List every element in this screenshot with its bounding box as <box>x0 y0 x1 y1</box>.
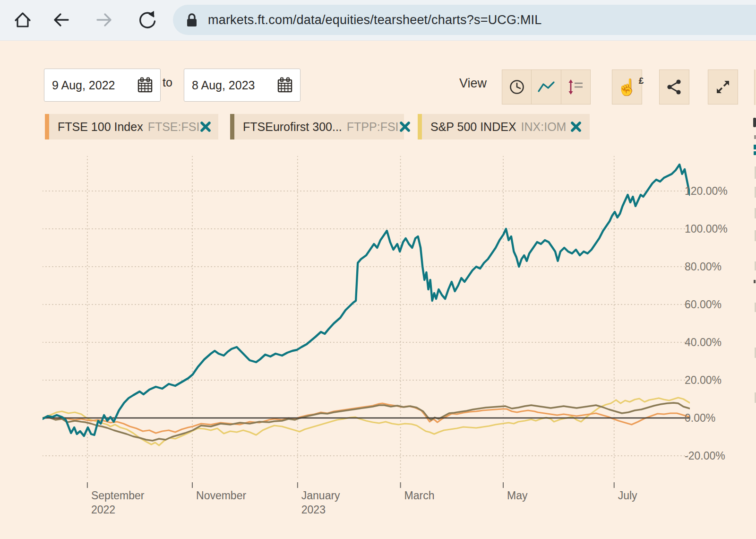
calendar-icon[interactable] <box>277 77 292 93</box>
comparison-symbol: FTPP:FSI <box>347 120 399 134</box>
series-color-swatch <box>230 114 234 139</box>
price-chart-plot[interactable] <box>43 156 690 493</box>
share-button[interactable] <box>659 70 689 104</box>
chart-page: 9 Aug, 2022 to 8 Aug, 2023 View <box>0 40 756 539</box>
reload-icon[interactable] <box>136 9 159 31</box>
close-icon <box>570 121 582 133</box>
comparison-symbol: INX:IOM <box>521 120 567 134</box>
y-axis-label: 60.00% <box>685 298 722 311</box>
view-label: View <box>459 76 487 91</box>
line-chart-icon <box>537 80 555 94</box>
address-bar[interactable]: markets.ft.com/data/equities/tearsheet/c… <box>173 5 756 35</box>
view-candlestick-button[interactable] <box>502 70 532 104</box>
view-line-chart-button[interactable] <box>532 70 561 104</box>
y-axis-label: 100.00% <box>685 223 728 235</box>
home-icon[interactable] <box>11 9 34 31</box>
view-price-axis-button[interactable] <box>561 70 590 104</box>
x-axis-label: July <box>618 488 637 503</box>
y-axis-label: 120.00% <box>685 185 728 198</box>
series-color-swatch <box>418 114 422 139</box>
comparison-name: FTSE 100 Index <box>58 120 143 134</box>
lock-icon <box>184 12 199 28</box>
buy-sell-button[interactable]: ☝£ <box>612 70 642 104</box>
url-text: markets.ft.com/data/equities/tearsheet/c… <box>208 13 542 27</box>
x-axis-label: May <box>507 488 527 503</box>
series-line-ftseurofirst-300-ftpp-fsi- <box>43 403 690 441</box>
x-axis-label: November <box>196 488 246 503</box>
calendar-icon[interactable] <box>137 77 153 93</box>
cut-off-text-fragment <box>754 280 756 283</box>
remove-comparison-button[interactable] <box>570 121 582 133</box>
cut-off-link-fragment <box>754 151 756 155</box>
tap-pound-icon: ☝£ <box>617 79 637 95</box>
view-mode-group <box>502 70 591 104</box>
y-axis-label: -20.00% <box>685 450 725 462</box>
fullscreen-button[interactable] <box>708 70 738 104</box>
back-icon[interactable] <box>50 9 73 31</box>
x-axis-label: January2023 <box>301 488 340 517</box>
comparison-tag-sp500: S&P 500 INDEX INX:IOM <box>418 114 590 139</box>
y-axis-label: 0.00% <box>685 412 715 425</box>
x-axis-label: March <box>404 488 435 503</box>
close-icon <box>199 121 212 133</box>
comparison-name: S&P 500 INDEX <box>430 120 516 134</box>
clock-icon <box>508 78 525 96</box>
remove-comparison-button[interactable] <box>399 121 411 133</box>
screen: markets.ft.com/data/equities/tearsheet/c… <box>0 0 756 539</box>
comparison-name: FTSEurofirst 300... <box>243 120 342 134</box>
comparison-tag-ftseurofirst: FTSEurofirst 300... FTPP:FSI <box>230 114 404 139</box>
date-range-to-label: to <box>163 76 172 89</box>
series-color-swatch <box>45 114 49 139</box>
y-axis-label: 80.00% <box>685 261 722 273</box>
date-from-input[interactable]: 9 Aug, 2022 <box>44 69 161 102</box>
cut-off-button-fragment <box>754 70 756 105</box>
y-axis-label: 40.00% <box>685 336 722 349</box>
series-line-ucg-mil <box>43 165 690 436</box>
expand-icon <box>714 78 731 96</box>
close-icon <box>399 121 411 133</box>
comparison-symbol: FTSE:FSI <box>148 120 200 134</box>
price-axis-icon <box>567 78 584 96</box>
share-icon <box>666 78 682 96</box>
cut-off-link-fragment <box>754 145 756 149</box>
cut-off-text-fragment <box>753 118 756 127</box>
remove-comparison-button[interactable] <box>199 121 212 133</box>
date-from-value: 9 Aug, 2022 <box>52 78 115 92</box>
date-to-value: 8 Aug, 2023 <box>192 78 255 92</box>
y-axis-label: 20.00% <box>685 374 722 387</box>
comparison-tag-ftse100: FTSE 100 Index FTSE:FSI <box>45 114 218 139</box>
cut-off-text-fragment <box>754 135 756 139</box>
browser-toolbar: markets.ft.com/data/equities/tearsheet/c… <box>0 0 756 41</box>
forward-icon[interactable] <box>93 9 115 31</box>
date-to-input[interactable]: 8 Aug, 2023 <box>184 69 301 102</box>
x-axis-label: September2022 <box>91 488 145 517</box>
